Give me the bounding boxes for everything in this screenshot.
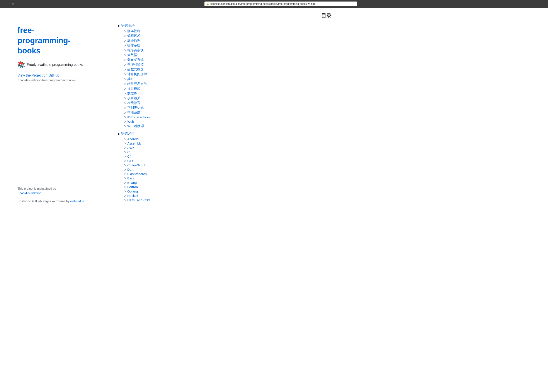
sub-link-1-6[interactable]: CoffeeScript [127,163,145,167]
github-link[interactable]: View the Project on GitHub [17,73,96,77]
site-title: free- programming- books [17,25,96,56]
list-item: CoffeeScript [124,163,535,167]
sub-link-0-3[interactable]: 操作系统 [127,43,140,48]
list-item: Elixir [124,176,535,180]
list-item: Erlang [124,181,535,184]
list-item: C# [124,154,535,158]
bullet-empty-icon [124,186,125,188]
sub-link-0-5[interactable]: 大数据 [127,53,137,57]
sub-link-1-3[interactable]: C [127,150,130,154]
list-item: IDE and editors [124,115,535,119]
list-item: 智能系统 [124,111,535,115]
reload-button[interactable]: ↻ [11,2,14,6]
list-item: Haskell [124,194,535,197]
bullet-empty-icon [124,195,125,197]
bullet-filled-icon [118,25,119,27]
toc-section-1: 语言相关AndroidAssemblyAWKCC#C++CoffeeScript… [118,132,535,202]
section-link-0[interactable]: 语言无关 [121,24,135,28]
bullet-filled-icon [118,133,119,135]
maintainer-text: This project is maintained by [17,187,96,190]
bullet-empty-icon [124,88,125,90]
list-item: 计算机图形学 [124,72,535,76]
list-item: 项目相关 [124,96,535,100]
sub-link-0-15[interactable]: 在线教育 [127,101,140,105]
theme-link[interactable]: orderedlist [70,199,84,203]
bullet-empty-icon [124,143,125,144]
section-link-1[interactable]: 语言相关 [121,132,135,136]
sub-link-1-10[interactable]: Erlang [127,181,137,184]
sub-link-0-4[interactable]: 程序员杂谈 [127,48,144,52]
list-item: AWK [124,146,535,150]
list-item: Android [124,137,535,141]
sub-link-1-14[interactable]: HTML and CSS [127,198,150,202]
list-item: Assembly [124,141,535,145]
bullet-empty-icon [124,156,125,157]
back-button[interactable]: ← [3,2,6,6]
bullet-empty-icon [124,59,125,61]
sub-link-1-13[interactable]: Haskell [127,194,138,197]
lock-icon: 🔒 [206,3,209,6]
sub-link-0-0[interactable]: 版本控制 [127,29,140,33]
sub-link-1-4[interactable]: C# [127,154,132,158]
list-item: 编译原理 [124,39,535,43]
maintainer-link[interactable]: EbookFoundation [17,191,42,195]
sub-link-1-0[interactable]: Android [127,137,139,141]
sub-list: AndroidAssemblyAWKCC#C++CoffeeScriptDart… [118,137,535,202]
list-item: 程序员杂谈 [124,48,535,52]
hosted-text: Hosted on GitHub Pages — Theme by ordere… [17,199,96,203]
list-item: HTML and CSS [124,198,535,202]
sub-link-0-11[interactable]: 软件开发方法 [127,82,147,86]
bullet-empty-icon [124,35,125,37]
bullet-empty-icon [124,125,125,127]
forward-button[interactable]: → [7,2,10,6]
toc-section-0: 语言无关版本控制编程艺术编译原理操作系统程序员杂谈大数据分布式系统管理和监控函数… [118,24,535,128]
address-bar[interactable]: 🔒 ebookfoundation.github.io/free-program… [204,1,357,6]
list-item: 管理和监控 [124,63,535,67]
list-item: WEB服务器 [124,124,535,128]
bullet-empty-icon [124,169,125,170]
bullet-empty-icon [124,164,125,166]
list-item: 版本控制 [124,29,535,33]
bullet-empty-icon [124,49,125,51]
sub-link-0-19[interactable]: Web [127,120,134,123]
sub-link-0-12[interactable]: 设计模式 [127,87,140,91]
list-item: Dart [124,168,535,171]
sub-link-1-11[interactable]: Fortran [127,185,138,189]
sub-link-1-8[interactable]: Elasticsearch [127,172,147,176]
list-item: Web [124,120,535,123]
sub-link-0-9[interactable]: 计算机图形学 [127,72,147,76]
sub-link-0-8[interactable]: 函数式概念 [127,67,144,71]
sub-link-1-7[interactable]: Dart [127,168,133,171]
sub-link-1-5[interactable]: C++ [127,159,133,163]
sub-link-0-6[interactable]: 分布式系统 [127,58,144,62]
bullet-empty-icon [124,40,125,42]
sub-link-0-7[interactable]: 管理和监控 [127,63,144,67]
sub-link-0-17[interactable]: 智能系统 [127,111,140,115]
sub-link-0-13[interactable]: 数据库 [127,91,137,96]
bullet-empty-icon [124,64,125,66]
sub-link-0-16[interactable]: 正则表达式 [127,106,144,110]
github-sub: EbookFoundation/free-programming-books [17,78,76,82]
list-item: 大数据 [124,53,535,57]
sub-link-1-12[interactable]: Golang [127,189,138,193]
book-emoji: 📚 [17,61,25,68]
url-text: ebookfoundation.github.io/free-programmi… [210,2,316,6]
sub-link-0-18[interactable]: IDE and editors [127,115,150,119]
sub-link-0-10[interactable]: 其它 [127,77,134,81]
toc-title: 目录 [118,12,535,19]
right-panel: 目录 语言无关版本控制编程艺术编译原理操作系统程序员杂谈大数据分布式系统管理和监… [109,8,548,392]
maintainer-section: This project is maintained by EbookFound… [17,187,96,203]
sub-link-1-1[interactable]: Assembly [127,141,141,145]
sub-link-0-20[interactable]: WEB服务器 [127,124,145,128]
sub-link-0-1[interactable]: 编程艺术 [127,34,140,38]
sub-link-1-2[interactable]: AWK [127,146,135,150]
bullet-empty-icon [124,83,125,85]
bullet-empty-icon [124,45,125,46]
bullet-empty-icon [124,73,125,75]
sub-link-1-9[interactable]: Elixir [127,176,134,180]
bullet-empty-icon [124,54,125,56]
toc-section-header: 语言相关 [118,132,535,136]
sub-link-0-2[interactable]: 编译原理 [127,39,140,43]
sub-link-0-14[interactable]: 项目相关 [127,96,140,100]
browser-chrome: ← → ↻ 🔒 ebookfoundation.github.io/free-p… [0,0,548,8]
